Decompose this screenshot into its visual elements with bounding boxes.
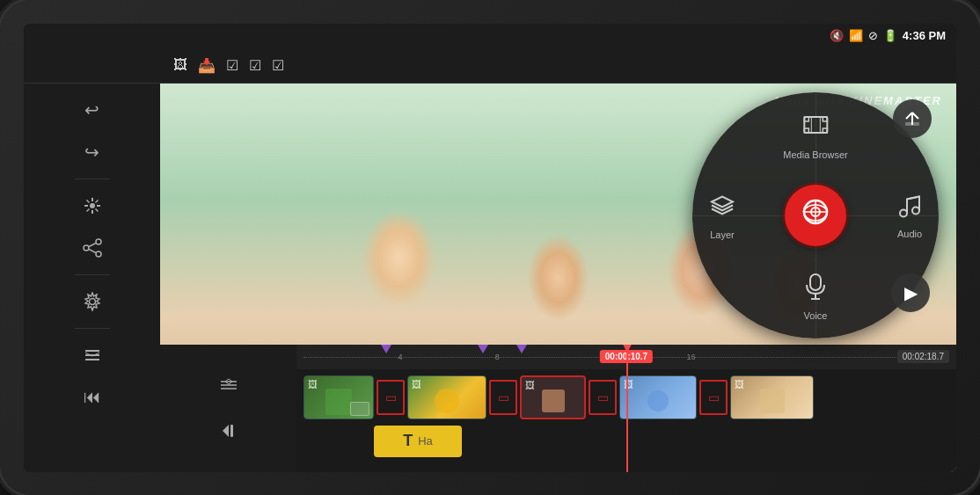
battery-icon: 🔋 [883, 29, 897, 42]
svg-rect-22 [804, 128, 808, 133]
transition-2[interactable]: ▭ [489, 380, 517, 415]
play-button[interactable]: ▶ [891, 273, 930, 312]
clip-2-preview: 🖼 [408, 376, 486, 419]
audio-label: Audio [897, 228, 922, 238]
check2-toolbar-icon[interactable]: ☑ [249, 57, 261, 74]
svg-point-10 [84, 245, 89, 251]
svg-point-0 [90, 203, 95, 208]
exit-icon [903, 110, 921, 127]
download-toolbar-icon[interactable]: 📥 [198, 57, 216, 74]
camera-button[interactable] [785, 185, 846, 246]
timeline-rewind-icon [220, 422, 238, 440]
wifi-icon: 📶 [849, 29, 863, 42]
effects-button[interactable] [73, 186, 112, 225]
end-time-badge: 00:02:18.7 [897, 350, 949, 363]
svg-rect-41 [230, 425, 233, 437]
voice-label: Voice [804, 310, 828, 321]
timeline-rewind-button[interactable] [209, 411, 248, 450]
layer-label: Layer [710, 229, 735, 239]
blocked-icon: ⊘ [868, 29, 878, 42]
film-icon [801, 110, 830, 146]
clip-5[interactable]: 🖼 [730, 375, 814, 419]
svg-point-14 [89, 298, 95, 304]
layers-button[interactable] [73, 336, 112, 375]
purple-marker-3 [516, 345, 527, 353]
film-svg-icon [801, 110, 830, 140]
timeline-tracks[interactable]: 🖼 ▭ [296, 369, 956, 472]
clip-5-thumb-icon: 🖼 [735, 379, 744, 389]
voice-item[interactable]: Voice [803, 273, 828, 321]
timeline-left-panel [160, 345, 296, 472]
svg-line-32 [907, 196, 919, 199]
layers-icon [83, 346, 102, 365]
clip-3-thumb-icon: 🖼 [525, 380, 535, 390]
share-button[interactable] [73, 229, 112, 267]
svg-rect-21 [823, 117, 827, 121]
timeline-area: 4 8 16 00:00:10.7 00:02:18.7 [296, 345, 956, 472]
svg-rect-23 [823, 128, 827, 133]
mute-icon: 🔇 [830, 29, 844, 42]
status-time: 4:36 PM [903, 29, 946, 42]
title-clip-text: Ha [418, 434, 433, 448]
layer-item[interactable]: Layer [708, 191, 736, 239]
device-shell: 🔇 📶 ⊘ 🔋 4:36 PM 🖼 📥 ☑ ☑ ☑ ↩ ↪ [0, 0, 980, 495]
check1-toolbar-icon[interactable]: ☑ [226, 57, 238, 74]
camera-icon [800, 196, 831, 235]
transition-1-icon: ▭ [385, 390, 397, 404]
top-toolbar: 🖼 📥 ☑ ☑ ☑ [24, 48, 956, 84]
left-sidebar: ↩ ↪ [24, 84, 160, 472]
check3-toolbar-icon[interactable]: ☑ [272, 57, 284, 74]
audio-item[interactable]: Audio [896, 192, 923, 238]
settings-button[interactable] [73, 282, 112, 321]
svg-point-11 [96, 251, 101, 257]
device-screen: 🔇 📶 ⊘ 🔋 4:36 PM 🖼 📥 ☑ ☑ ☑ ↩ ↪ [24, 24, 956, 472]
timeline-layers-button[interactable] [209, 366, 248, 404]
title-clip[interactable]: T Ha [374, 426, 462, 457]
microphone-svg-icon [803, 273, 828, 301]
main-video-track: 🖼 ▭ [304, 375, 949, 420]
clip-5-preview: 🖼 [731, 376, 813, 419]
svg-point-9 [96, 239, 101, 244]
microphone-icon [803, 273, 828, 307]
clip-3-active[interactable]: 🖼 [520, 375, 586, 419]
clip-4-thumb-icon: 🖼 [624, 379, 633, 389]
svg-line-6 [95, 208, 98, 211]
svg-point-31 [912, 207, 919, 214]
transition-4-icon: ▭ [708, 390, 720, 404]
clip-2[interactable]: 🖼 [407, 375, 486, 419]
svg-rect-33 [810, 274, 821, 290]
sidebar-divider-1 [75, 178, 110, 179]
transition-1[interactable]: ▭ [377, 380, 405, 415]
svg-line-8 [86, 208, 89, 211]
svg-point-30 [900, 209, 907, 216]
transition-3[interactable]: ▭ [589, 380, 617, 415]
rewind-button[interactable]: ⏮ [73, 378, 112, 417]
timecode-bar: 4 8 16 00:00:10.7 00:02:18.7 [296, 345, 956, 369]
exit-button[interactable] [893, 99, 932, 138]
sidebar-divider-2 [75, 274, 110, 275]
share-icon [83, 238, 102, 258]
transition-4[interactable]: ▭ [699, 380, 728, 415]
redo-button[interactable]: ↪ [73, 133, 112, 171]
music-icon [896, 192, 923, 224]
clip-4[interactable]: 🖼 [619, 375, 697, 419]
music-svg-icon [896, 192, 923, 218]
purple-marker-1 [381, 345, 391, 353]
sparkle-icon [83, 196, 102, 215]
current-time-badge: 00:00:10.7 [600, 350, 653, 363]
video-preview: Made with KINEMASTER [160, 84, 956, 472]
camera-svg-icon [800, 196, 831, 228]
media-browser-item[interactable]: Media Browser [783, 110, 847, 160]
undo-button[interactable]: ↩ [73, 91, 112, 129]
clip-3-preview: 🖼 [522, 377, 584, 418]
clip-1[interactable]: 🖼 [304, 375, 374, 419]
svg-marker-40 [223, 425, 229, 437]
media-browser-label: Media Browser [783, 149, 847, 160]
purple-marker-2 [478, 345, 488, 353]
svg-rect-18 [905, 122, 919, 126]
status-bar-right: 🔇 📶 ⊘ 🔋 4:36 PM [830, 29, 946, 42]
image-toolbar-icon[interactable]: 🖼 [173, 57, 187, 73]
layer-svg-icon [708, 191, 736, 219]
svg-line-5 [86, 200, 89, 202]
svg-rect-20 [804, 117, 808, 121]
